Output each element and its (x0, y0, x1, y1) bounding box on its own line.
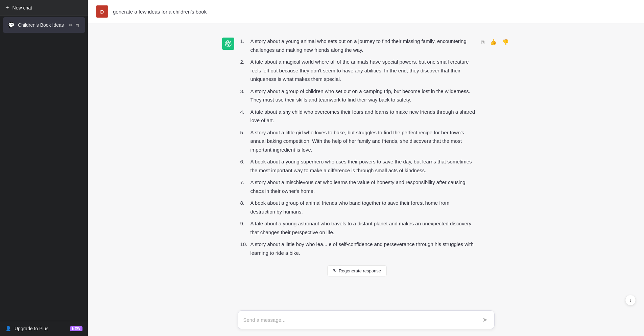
input-container: ➤ (238, 310, 495, 329)
plus-icon: + (5, 5, 9, 11)
item-num-7: 7. (240, 178, 248, 195)
assistant-message-content: 1. A story about a young animal who sets… (239, 37, 475, 279)
user-prompt-text: generate a few ideas for a children's bo… (113, 9, 207, 15)
sidebar: + New chat 💬 Children's Book Ideas ✏ 🗑 👤… (0, 0, 88, 336)
list-item: 9. A tale about a young astronaut who tr… (240, 219, 475, 237)
main-content: D generate a few ideas for a children's … (88, 0, 644, 336)
user-avatar: D (96, 5, 108, 18)
new-badge: NEW (70, 326, 82, 331)
scroll-down-button[interactable]: ↓ (625, 295, 636, 306)
item-text-7: A story about a mischievous cat who lear… (251, 178, 475, 195)
regenerate-label: Regenerate response (339, 268, 381, 273)
upgrade-label: Upgrade to Plus (15, 326, 48, 331)
item-text-3: A story about a group of children who se… (251, 87, 475, 104)
copy-icon: ⧉ (481, 39, 484, 45)
input-area: ➤ (88, 306, 644, 336)
thumbs-up-button[interactable]: 👍 (488, 38, 498, 47)
chat-history-item[interactable]: 💬 Children's Book Ideas ✏ 🗑 (3, 17, 85, 33)
item-num-5: 5. (240, 128, 248, 154)
item-text-4: A tale about a shy child who overcomes t… (251, 108, 475, 125)
item-text-1: A story about a young animal who sets ou… (251, 37, 475, 54)
item-num-8: 8. (240, 199, 248, 216)
item-num-3: 3. (240, 87, 248, 104)
new-chat-button[interactable]: + New chat (0, 0, 88, 16)
item-text-2: A tale about a magical world where all o… (251, 58, 475, 84)
copy-button[interactable]: ⧉ (479, 38, 486, 47)
person-icon: 👤 (5, 326, 11, 331)
item-num-2: 2. (240, 58, 248, 84)
chat-icon: 💬 (8, 22, 15, 28)
item-num-1: 1. (240, 37, 248, 54)
list-item: 5. A story about a little girl who loves… (240, 128, 475, 154)
chat-item-left: 💬 Children's Book Ideas (8, 22, 69, 28)
upgrade-section[interactable]: 👤 Upgrade to Plus NEW (0, 321, 88, 336)
item-text-8: A book about a group of animal friends w… (251, 199, 475, 216)
ideas-list: 1. A story about a young animal who sets… (239, 37, 475, 257)
item-text-5: A story about a little girl who loves to… (251, 128, 475, 154)
chat-item-label: Children's Book Ideas (18, 22, 64, 28)
item-num-4: 4. (240, 108, 248, 125)
list-item: 7. A story about a mischievous cat who l… (240, 178, 475, 195)
item-num-10: 10. (240, 240, 248, 257)
new-chat-label: New chat (13, 5, 32, 10)
thumbs-down-button[interactable]: 👎 (501, 38, 510, 47)
item-num-6: 6. (240, 157, 248, 175)
upgrade-left: 👤 Upgrade to Plus (5, 326, 48, 331)
item-text-6: A book about a young superhero who uses … (251, 157, 475, 175)
item-num-9: 9. (240, 219, 248, 237)
assistant-avatar (222, 38, 234, 50)
list-item: 1. A story about a young animal who sets… (240, 37, 475, 54)
list-item: 4. A tale about a shy child who overcome… (240, 108, 475, 125)
list-item: 6. A book about a young superhero who us… (240, 157, 475, 175)
chat-item-actions: ✏ 🗑 (69, 22, 80, 28)
list-item: 10. A story about a little boy who lea..… (240, 240, 475, 257)
item-text-10: A story about a little boy who lea... e … (251, 240, 475, 257)
send-button[interactable]: ➤ (481, 315, 489, 325)
list-item: 2. A tale about a magical world where al… (240, 58, 475, 84)
thumbs-down-icon: 👎 (502, 39, 509, 45)
thumbs-up-icon: 👍 (490, 39, 497, 45)
assistant-message-row: 1. A story about a young animal who sets… (214, 31, 518, 285)
list-item: 8. A book about a group of animal friend… (240, 199, 475, 216)
regenerate-icon: ↻ (333, 268, 337, 273)
regenerate-bar: ↻ Regenerate response (239, 263, 475, 279)
message-actions: ⧉ 👍 👎 (479, 38, 510, 47)
item-text-9: A tale about a young astronaut who trave… (251, 219, 475, 237)
regenerate-button[interactable]: ↻ Regenerate response (327, 265, 387, 276)
delete-icon[interactable]: 🗑 (75, 22, 80, 28)
chevron-down-icon: ↓ (629, 297, 632, 303)
chat-header: D generate a few ideas for a children's … (88, 0, 644, 23)
edit-icon[interactable]: ✏ (69, 22, 73, 28)
send-icon: ➤ (482, 316, 487, 323)
list-item: 3. A story about a group of children who… (240, 87, 475, 104)
messages-area[interactable]: 1. A story about a young animal who sets… (88, 23, 644, 336)
message-input[interactable] (243, 317, 481, 323)
